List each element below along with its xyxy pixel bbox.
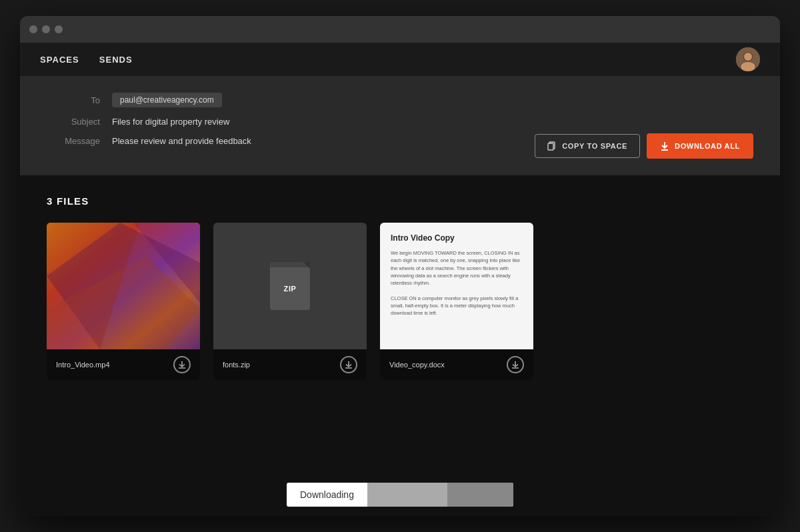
download-icon-zip bbox=[345, 361, 353, 369]
close-button[interactable] bbox=[29, 25, 37, 33]
doc-gradient bbox=[380, 316, 533, 349]
to-value: paul@creativeagency.com bbox=[112, 93, 222, 107]
to-label: To bbox=[47, 95, 100, 105]
action-buttons: COPY TO SPACE DOWNLOAD ALL bbox=[535, 133, 753, 159]
nav-links: SPACES SENDS bbox=[40, 55, 133, 65]
maximize-button[interactable] bbox=[55, 25, 63, 33]
nav-spaces[interactable]: SPACES bbox=[40, 55, 79, 65]
file-footer-zip: fonts.zip bbox=[213, 349, 367, 380]
doc-text: We begin MOVING TOWARD the screen, CLOSI… bbox=[391, 249, 523, 317]
copy-to-space-button[interactable]: COPY TO SPACE bbox=[535, 134, 640, 158]
download-button-video[interactable] bbox=[173, 356, 191, 373]
download-label: Downloading bbox=[287, 489, 367, 500]
file-preview-video bbox=[47, 223, 200, 349]
file-card-video: Intro_Video.mp4 bbox=[47, 223, 200, 380]
download-button-doc[interactable] bbox=[507, 356, 524, 373]
app-window: SPACES SENDS To paul@creativeagency.com … bbox=[20, 16, 780, 516]
svg-rect-6 bbox=[548, 143, 553, 150]
subject-value: Files for digital property review bbox=[112, 117, 229, 127]
traffic-lights bbox=[29, 25, 63, 33]
zip-icon: ZIP bbox=[270, 262, 310, 310]
minimize-button[interactable] bbox=[42, 25, 50, 33]
file-name-zip: fonts.zip bbox=[223, 361, 250, 369]
copy-icon bbox=[547, 141, 557, 151]
download-all-button[interactable]: DOWNLOAD ALL bbox=[647, 133, 753, 159]
message-value: Please review and provide feedback bbox=[112, 136, 251, 146]
files-grid: Intro_Video.mp4 ZIP bbox=[47, 223, 753, 380]
files-area: 3 FILES bbox=[20, 175, 780, 473]
download-icon bbox=[660, 141, 669, 151]
download-bar: Downloading bbox=[287, 483, 513, 507]
file-footer-video: Intro_Video.mp4 bbox=[47, 349, 200, 380]
download-progress bbox=[367, 483, 513, 507]
doc-content: Intro Video Copy We begin MOVING TOWARD … bbox=[391, 233, 523, 317]
file-preview-zip: ZIP bbox=[213, 223, 367, 349]
avatar-image bbox=[736, 47, 760, 71]
titlebar bbox=[20, 16, 780, 43]
subject-row: Subject Files for digital property revie… bbox=[47, 117, 753, 127]
message-label: Message bbox=[47, 136, 100, 146]
file-name-video: Intro_Video.mp4 bbox=[56, 361, 110, 369]
file-name-doc: Video_copy.docx bbox=[389, 361, 445, 369]
download-bar-container: Downloading bbox=[20, 473, 780, 516]
download-progress-fill bbox=[367, 483, 447, 507]
file-card-doc: Intro Video Copy We begin MOVING TOWARD … bbox=[380, 223, 533, 380]
download-button-zip[interactable] bbox=[340, 356, 357, 373]
compose-area: To paul@creativeagency.com Subject Files… bbox=[20, 76, 780, 175]
file-footer-doc: Video_copy.docx bbox=[380, 349, 533, 380]
svg-point-4 bbox=[741, 62, 755, 71]
download-icon-doc bbox=[511, 361, 519, 369]
files-count: 3 FILES bbox=[47, 195, 753, 207]
file-card-zip: ZIP fonts.zip bbox=[213, 223, 367, 380]
navbar: SPACES SENDS bbox=[20, 43, 780, 76]
nav-sends[interactable]: SENDS bbox=[99, 55, 133, 65]
file-preview-doc: Intro Video Copy We begin MOVING TOWARD … bbox=[380, 223, 533, 349]
download-icon-video bbox=[178, 361, 186, 369]
svg-point-3 bbox=[744, 53, 752, 61]
avatar[interactable] bbox=[736, 47, 760, 71]
subject-label: Subject bbox=[47, 117, 100, 127]
doc-title: Intro Video Copy bbox=[391, 233, 523, 243]
video-thumbnail bbox=[47, 223, 200, 349]
to-row: To paul@creativeagency.com bbox=[47, 93, 753, 107]
